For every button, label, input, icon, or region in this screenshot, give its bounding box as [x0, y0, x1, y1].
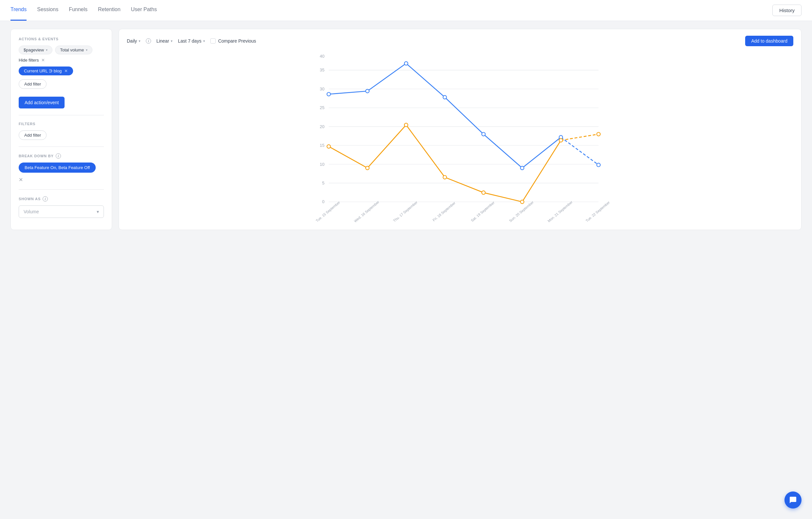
svg-text:Thu. 17 September: Thu. 17 September: [392, 200, 418, 223]
shown-as-info-icon[interactable]: i: [42, 196, 48, 202]
compare-previous-toggle[interactable]: Compare Previous: [210, 38, 256, 44]
trend-chart: 0 5 10 15 20 25 30 35 40 Tue. 15 Septemb…: [127, 53, 793, 223]
svg-point-38: [443, 176, 446, 179]
svg-text:Fri. 18 September: Fri. 18 September: [432, 201, 456, 222]
date-range-dropdown[interactable]: Last 7 days ▾: [178, 38, 205, 44]
linear-chevron-icon: ▾: [171, 39, 173, 43]
svg-text:0: 0: [322, 199, 324, 204]
svg-line-25: [561, 137, 599, 165]
svg-point-37: [404, 123, 408, 127]
tab-trends[interactable]: Trends: [10, 0, 27, 21]
filter-chip-row: Current URL ∋ blog ✕: [19, 66, 104, 75]
actions-events-title: ACTIONS & EVENTS: [19, 37, 104, 41]
divider-1: [19, 115, 104, 115]
shown-as-placeholder: Volume: [24, 209, 39, 214]
divider-2: [19, 146, 104, 147]
svg-point-33: [597, 163, 600, 167]
left-panel: ACTIONS & EVENTS $pageview ▾ Total volum…: [10, 29, 112, 230]
hide-filters-row: Hide filters ✕: [19, 58, 104, 63]
chart-info-icon[interactable]: i: [146, 38, 151, 44]
top-nav: Trends Sessions Funnels Retention User P…: [0, 0, 812, 21]
svg-text:Sat. 19 September: Sat. 19 September: [470, 201, 495, 223]
date-range-chevron-icon: ▾: [203, 39, 205, 43]
add-filter-wrapper: Add filter: [19, 79, 104, 89]
add-action-button[interactable]: Add action/event: [19, 97, 64, 109]
daily-dropdown[interactable]: Daily ▾: [127, 38, 141, 44]
svg-text:40: 40: [320, 54, 324, 59]
breakdown-close-icon[interactable]: ✕: [19, 177, 23, 182]
history-button[interactable]: History: [772, 5, 802, 16]
svg-text:25: 25: [320, 105, 324, 110]
shown-as-chevron-icon: ▾: [97, 209, 99, 214]
hide-filters-label[interactable]: Hide filters: [19, 58, 39, 63]
filters-add-filter-button[interactable]: Add filter: [19, 131, 47, 140]
svg-point-36: [366, 166, 369, 170]
svg-point-28: [404, 62, 408, 65]
svg-text:Tue. 15 September: Tue. 15 September: [315, 200, 341, 223]
svg-point-29: [443, 95, 446, 99]
breakdown-section: BREAK DOWN BY i Beta Feature On, Beta Fe…: [19, 153, 104, 183]
breakdown-chip[interactable]: Beta Feature On, Beta Feature Off: [19, 163, 96, 173]
compare-previous-checkbox[interactable]: [210, 38, 215, 44]
svg-text:5: 5: [322, 180, 324, 185]
volume-chevron-icon: ▾: [86, 48, 87, 52]
svg-text:Wed. 16 September: Wed. 16 September: [353, 200, 380, 223]
chart-toolbar: Daily ▾ i Linear ▾ Last 7 days ▾ Compare…: [127, 36, 793, 46]
svg-point-30: [482, 133, 485, 136]
shown-as-section: SHOWN AS i Volume ▾: [19, 196, 104, 218]
svg-text:10: 10: [320, 162, 324, 167]
svg-text:15: 15: [320, 143, 324, 148]
divider-3: [19, 190, 104, 190]
chat-icon: [789, 496, 797, 504]
add-action-wrapper: Add action/event: [19, 91, 104, 109]
linear-dropdown[interactable]: Linear ▾: [156, 38, 173, 44]
svg-point-39: [482, 191, 485, 194]
svg-point-27: [366, 89, 369, 93]
volume-chip[interactable]: Total volume ▾: [55, 46, 92, 54]
add-filter-button[interactable]: Add filter: [19, 79, 47, 89]
svg-point-26: [327, 92, 330, 96]
svg-point-42: [597, 133, 600, 136]
breakdown-title: BREAK DOWN BY: [19, 154, 54, 158]
svg-text:Mon. 21 September: Mon. 21 September: [547, 200, 574, 223]
filter-chip-close-icon[interactable]: ✕: [64, 68, 68, 74]
filter-chip[interactable]: Current URL ∋ blog ✕: [19, 66, 73, 75]
right-panel: Daily ▾ i Linear ▾ Last 7 days ▾ Compare…: [119, 29, 802, 230]
filters-section: FILTERS Add filter: [19, 122, 104, 140]
daily-chevron-icon: ▾: [139, 39, 141, 43]
shown-as-select[interactable]: Volume ▾: [19, 205, 104, 218]
svg-point-35: [327, 145, 330, 148]
svg-text:35: 35: [320, 67, 324, 73]
tab-sessions[interactable]: Sessions: [37, 0, 58, 21]
pageview-chip[interactable]: $pageview ▾: [19, 46, 52, 54]
breakdown-info-icon[interactable]: i: [56, 153, 61, 158]
svg-point-31: [520, 166, 524, 170]
hide-filters-close-icon[interactable]: ✕: [41, 58, 45, 63]
svg-text:30: 30: [320, 86, 324, 91]
action-chips-row: $pageview ▾ Total volume ▾: [19, 46, 104, 54]
shown-as-title: SHOWN AS: [19, 197, 40, 201]
filters-title: FILTERS: [19, 122, 104, 126]
svg-text:Tue. 22 September: Tue. 22 September: [585, 200, 611, 223]
svg-point-40: [520, 200, 524, 204]
svg-line-34: [561, 134, 599, 140]
nav-tabs: Trends Sessions Funnels Retention User P…: [10, 0, 157, 21]
add-to-dashboard-button[interactable]: Add to dashboard: [745, 36, 793, 46]
tab-user-paths[interactable]: User Paths: [131, 0, 157, 21]
chat-fab[interactable]: [784, 491, 802, 509]
svg-text:20: 20: [320, 124, 324, 129]
main-content: ACTIONS & EVENTS $pageview ▾ Total volum…: [0, 21, 812, 238]
svg-point-41: [559, 139, 562, 142]
pageview-chevron-icon: ▾: [46, 48, 48, 52]
tab-funnels[interactable]: Funnels: [69, 0, 87, 21]
chart-container: 0 5 10 15 20 25 30 35 40 Tue. 15 Septemb…: [127, 53, 793, 223]
tab-retention[interactable]: Retention: [98, 0, 121, 21]
